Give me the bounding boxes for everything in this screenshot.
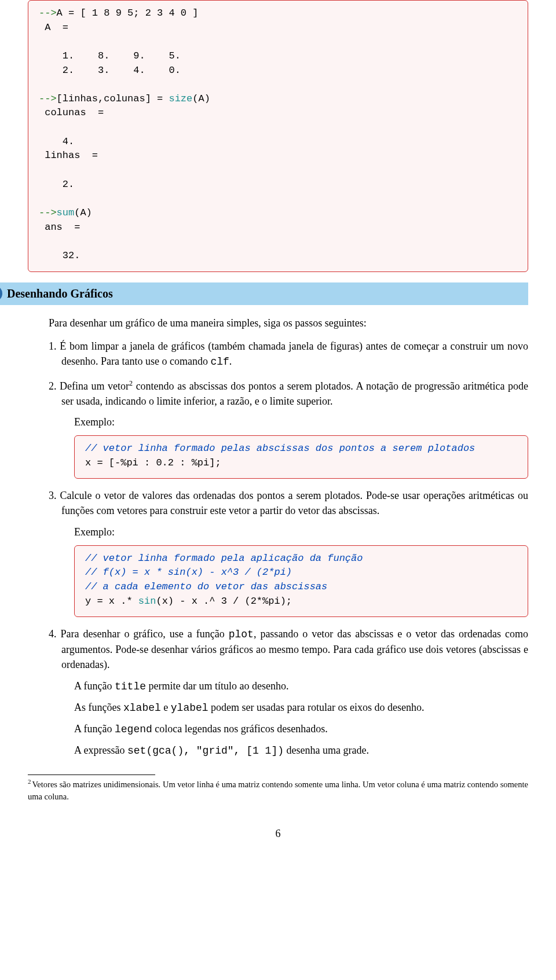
code-block-matrix: -->A = [ 1 8 9 5; 2 3 4 0 ] A = 1. 8. 9.… [28,0,528,272]
item-text: Calcule o vetor de valores das ordenadas… [60,490,528,516]
paragraph: As funções xlabel e ylabel podem ser usa… [74,700,528,715]
item-text: . [229,355,232,367]
code-text: y = x .* [85,596,138,607]
list-item: 1. É bom limpar a janela de gráficos (ta… [49,339,528,369]
code-text: colunas = [39,107,104,118]
section-title: Desenhando Gráficos [0,287,113,300]
code-comment: // a cada elemento do vetor das abscissa… [85,581,327,592]
footnote-number: 2 [28,778,31,785]
text: A função [74,723,115,735]
code-text: 1. 8. 9. 5. [39,50,181,61]
code-fn: size [169,93,192,104]
code-fn: sum [57,207,75,218]
text: e [161,702,171,713]
inline-code: title [115,681,146,692]
inline-code: legend [115,724,152,735]
list-item: 2. Defina um vetor2 contendo as abscissa… [49,379,528,479]
steps-list: 1. É bom limpar a janela de gráficos (ta… [49,339,528,758]
code-text: ans = [39,222,80,233]
example-label: Exemplo: [74,414,528,430]
footnote-rule [28,775,155,775]
inline-code: ylabel [171,702,209,714]
prompt: --> [39,207,57,218]
list-item: 4. Para desenhar o gráfico, use a função… [49,626,528,758]
code-text: (A) [192,93,210,104]
code-text: A = [ 1 8 9 5; 2 3 4 0 ] [57,8,199,19]
code-text: A = [39,22,68,33]
code-comment: // f(x) = x * sin(x) - x^3 / (2*pi) [85,567,292,578]
code-text: (A) [74,207,92,218]
text: A função [74,680,115,692]
body-content: Para desenhar um gráfico de uma maneira … [49,315,528,758]
document-page: -->A = [ 1 8 9 5; 2 3 4 0 ] A = 1. 8. 9.… [0,0,556,853]
code-text: 4. [39,136,74,147]
code-text: 32. [39,250,80,261]
item-text: Para desenhar o gráfico, use a função [60,628,228,640]
item-number: 2. [49,380,60,392]
paragraph: A função title permite dar um título ao … [74,678,528,694]
text: As funções [74,702,123,713]
inline-code: plot [229,629,254,640]
text: A expressão [74,744,127,756]
code-text: x = [-%pi : 0.2 : %pi]; [85,457,221,468]
text: podem ser usadas para rotular os eixos d… [209,702,425,713]
text: coloca legendas nos gráficos desenhados. [152,723,328,735]
code-text: [linhas,colunas] = [57,93,169,104]
code-block-abscissas: // vetor linha formado pelas abscissas d… [74,435,528,479]
paragraph: A expressão set(gca(), "grid", [1 1]) de… [74,743,528,758]
code-comment: // vetor linha formado pela aplicação da… [85,553,363,564]
footnote: 2Vetores são matrizes unidimensionais. U… [28,777,528,803]
page-number: 6 [28,826,528,841]
code-block-ordenadas: // vetor linha formado pela aplicação da… [74,545,528,618]
prompt: --> [39,93,57,104]
item-number: 3. [49,490,60,501]
code-text: linhas = [39,150,98,161]
code-text: 2. 3. 4. 0. [39,65,181,76]
code-fn: sin [138,596,156,607]
list-item: 3. Calcule o vetor de valores das ordena… [49,488,528,617]
prompt: --> [39,8,57,19]
code-text: 2. [39,179,74,190]
paragraph: A função legend coloca legendas nos gráf… [74,721,528,737]
code-comment: // vetor linha formado pelas abscissas d… [85,443,475,454]
section-heading: 2 Desenhando Gráficos [0,282,528,305]
intro-paragraph: Para desenhar um gráfico de uma maneira … [49,315,528,331]
item-text: Defina um vetor [60,380,129,392]
code-text: (x) - x .^ 3 / (2*%pi); [156,596,292,607]
text: desenha uma grade. [284,744,369,756]
example-label: Exemplo: [74,524,528,539]
item-number: 1. [49,340,60,352]
text: permite dar um título ao desenho. [146,680,288,692]
inline-code: clf [210,356,229,368]
item-number: 4. [49,628,60,640]
inline-code: set(gca(), "grid", [1 1]) [127,745,284,757]
footnote-text: Vetores são matrizes unidimensionais. Um… [28,780,528,801]
item-text: É bom limpar a janela de gráficos (també… [60,340,528,367]
inline-code: xlabel [123,702,161,714]
